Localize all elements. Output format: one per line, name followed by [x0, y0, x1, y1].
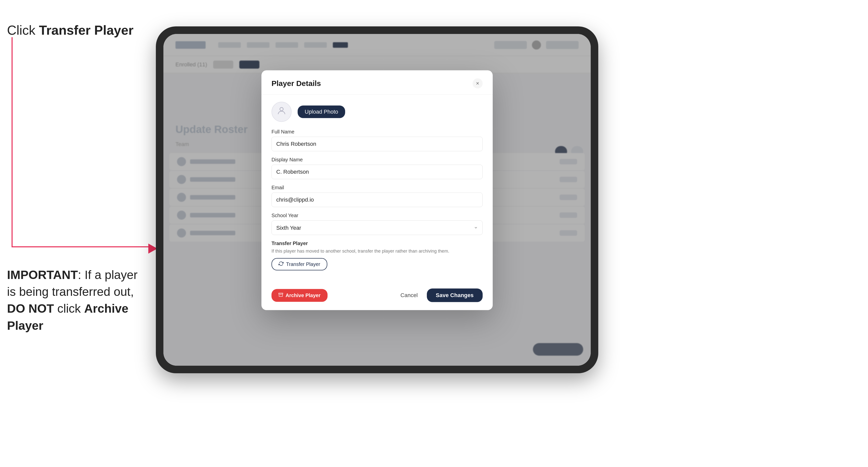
- school-year-select[interactable]: First Year Second Year Third Year Fourth…: [272, 220, 483, 235]
- tablet-device: Enrolled (11) Update Roster Team: [156, 26, 598, 373]
- instruction-top-text: Click: [7, 23, 39, 37]
- modal-footer: Archive Player Cancel Save Changes: [261, 283, 493, 310]
- archive-btn-label: Archive Player: [285, 292, 320, 298]
- modal-overlay: Player Details ×: [163, 34, 591, 366]
- email-label: Email: [272, 185, 483, 190]
- modal-header: Player Details ×: [261, 70, 493, 95]
- full-name-input[interactable]: [272, 137, 483, 151]
- instruction-bottom: IMPORTANT: If a player is being transfer…: [7, 267, 138, 334]
- svg-point-0: [280, 107, 283, 111]
- instruction-top: Click Transfer Player: [7, 23, 133, 38]
- email-input[interactable]: [272, 192, 483, 207]
- upload-photo-button[interactable]: Upload Photo: [298, 105, 345, 118]
- annotation-bracket-horizontal: [11, 246, 152, 247]
- full-name-group: Full Name: [272, 129, 483, 151]
- transfer-icon: [279, 261, 284, 268]
- modal-body: Upload Photo Full Name Display Name: [261, 95, 493, 283]
- transfer-player-button[interactable]: Transfer Player: [272, 258, 327, 271]
- display-name-group: Display Name: [272, 157, 483, 179]
- player-details-modal: Player Details ×: [261, 70, 493, 310]
- display-name-input[interactable]: [272, 165, 483, 179]
- archive-icon: [279, 292, 283, 298]
- email-group: Email: [272, 185, 483, 207]
- save-changes-button[interactable]: Save Changes: [427, 288, 483, 302]
- instruction-important: IMPORTANT: [7, 268, 78, 281]
- instruction-text-2: click: [54, 302, 84, 315]
- transfer-player-section: Transfer Player If this player has moved…: [272, 241, 483, 271]
- modal-close-button[interactable]: ×: [473, 79, 483, 89]
- full-name-label: Full Name: [272, 129, 483, 135]
- avatar-upload-row: Upload Photo: [272, 102, 483, 122]
- cancel-button[interactable]: Cancel: [395, 289, 423, 301]
- annotation-bracket-vertical: [11, 37, 12, 247]
- transfer-btn-label: Transfer Player: [286, 261, 320, 267]
- transfer-section-label: Transfer Player: [272, 241, 483, 246]
- school-year-group: School Year First Year Second Year Third…: [272, 213, 483, 235]
- instruction-top-bold: Transfer Player: [39, 23, 133, 37]
- archive-player-button[interactable]: Archive Player: [272, 289, 328, 302]
- tablet-screen: Enrolled (11) Update Roster Team: [163, 34, 591, 366]
- svg-rect-1: [279, 293, 283, 294]
- avatar-circle: [272, 102, 291, 122]
- school-year-label: School Year: [272, 213, 483, 218]
- instruction-do-not: DO NOT: [7, 302, 54, 315]
- avatar-person-icon: [277, 105, 286, 118]
- transfer-description: If this player has moved to another scho…: [272, 248, 483, 255]
- modal-title: Player Details: [272, 79, 321, 88]
- display-name-label: Display Name: [272, 157, 483, 163]
